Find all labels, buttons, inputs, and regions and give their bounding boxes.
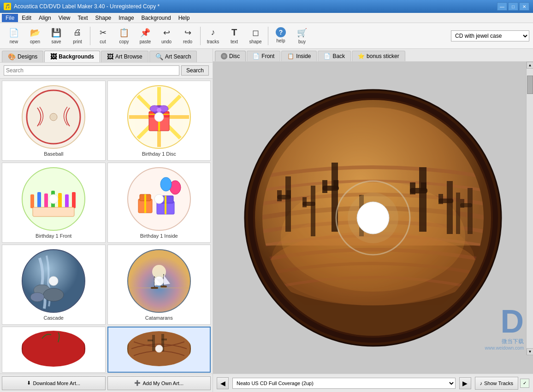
thumb-cherries (21, 331, 86, 367)
scrollbar[interactable]: ▲ ▼ (526, 62, 533, 355)
tab-disc-label: Disc (229, 53, 240, 59)
tool-buy[interactable]: 🛒 buy (292, 25, 312, 47)
tab-inside[interactable]: 📋 Inside (281, 51, 317, 61)
menu-shape[interactable]: Shape (92, 14, 115, 22)
canvas-area[interactable]: D 微当下载 www.weidown.com ▲ ▼ (213, 62, 533, 374)
menu-align[interactable]: Align (35, 14, 55, 22)
menu-help[interactable]: Help (175, 14, 194, 22)
thumb-birthday-disc (127, 85, 191, 149)
list-item[interactable] (2, 327, 106, 373)
svg-point-103 (357, 202, 389, 234)
tool-undo-label: undo (161, 39, 172, 44)
layout-select[interactable]: CD with jewel case (451, 30, 529, 41)
svg-rect-96 (460, 199, 464, 208)
tool-redo[interactable]: ↪ redo (178, 25, 198, 47)
item-label: Birthday 1 Front (36, 233, 71, 239)
tool-text[interactable]: T text (224, 25, 244, 47)
list-item[interactable]: Cascade (2, 245, 106, 325)
menu-image[interactable]: Image (115, 14, 137, 22)
list-item[interactable]: Baseball (2, 81, 106, 161)
tool-buy-label: buy (298, 39, 306, 44)
tool-help[interactable]: ? help (271, 25, 291, 47)
list-item[interactable]: Birthday 1 Disc (107, 81, 211, 161)
svg-rect-24 (44, 193, 48, 208)
tab-designs-label: Designs (18, 53, 37, 60)
tool-shape[interactable]: ◻ shape (245, 25, 266, 47)
tool-cut[interactable]: ✂ cut (93, 25, 113, 47)
tool-shape-label: shape (249, 39, 261, 44)
svg-rect-80 (311, 186, 315, 236)
tab-back-label: Back (332, 53, 345, 59)
show-tracks-button[interactable]: ♪ Show Tracks (475, 377, 518, 390)
toolbar-right: CD with jewel case (451, 30, 529, 41)
minimize-button[interactable]: — (497, 2, 507, 11)
left-bottom-bar: ⬇ Download More Art... ➕ Add My Own Art.… (0, 374, 213, 392)
tab-back[interactable]: 📄 Back (318, 51, 351, 61)
scroll-down-button[interactable]: ▼ (527, 348, 533, 355)
svg-rect-34 (144, 194, 146, 213)
svg-rect-86 (333, 180, 338, 189)
tool-print[interactable]: 🖨 print (67, 25, 88, 47)
scroll-down-container: ▼ (527, 348, 533, 355)
show-tracks-label: Show Tracks (484, 380, 513, 386)
search-input[interactable] (4, 65, 179, 76)
toolbar-sep-3 (268, 27, 268, 45)
add-icon: ➕ (134, 380, 141, 386)
tool-tracks[interactable]: ♪ tracks (203, 25, 223, 47)
backgrounds-tab-icon: 🖼 (50, 53, 57, 60)
tool-new-label: new (10, 39, 18, 44)
svg-point-30 (49, 194, 58, 204)
tool-paste[interactable]: 📌 paste (135, 25, 155, 47)
menu-view[interactable]: View (55, 14, 74, 22)
tracks-controls: ♪ Show Tracks ✓ (475, 377, 529, 390)
list-item[interactable] (107, 327, 211, 373)
tool-print-label: print (73, 39, 82, 44)
tool-open[interactable]: 📂 open (25, 25, 45, 47)
tab-designs[interactable]: 🎨 Designs (2, 51, 43, 62)
tool-copy[interactable]: 📋 copy (114, 25, 134, 47)
close-button[interactable]: ✕ (519, 2, 529, 11)
svg-rect-76 (285, 176, 291, 232)
scroll-thumb[interactable] (527, 76, 533, 94)
svg-rect-82 (302, 197, 307, 207)
tool-save[interactable]: 💾 save (46, 25, 66, 47)
tab-front[interactable]: 📄 Front (247, 51, 280, 61)
menu-edit[interactable]: Edit (18, 14, 35, 22)
thumb-birthday-inside (127, 167, 191, 231)
scroll-up-button[interactable]: ▲ (527, 62, 533, 69)
svg-rect-87 (419, 167, 426, 232)
menu-text[interactable]: Text (74, 14, 92, 22)
app-title: Acoustica CD/DVD Label Maker 3.40 - Unre… (14, 3, 160, 10)
nav-left-button[interactable]: ◀ (217, 377, 229, 389)
svg-rect-64 (148, 339, 153, 341)
tool-undo[interactable]: ↩ undo (156, 25, 177, 47)
add-own-art-button[interactable]: ➕ Add My Own Art... (107, 376, 211, 390)
nav-right-button[interactable]: ▶ (459, 377, 471, 389)
svg-rect-94 (468, 188, 473, 234)
svg-rect-66 (161, 339, 167, 340)
format-select[interactable]: Neato US CD Full Coverage (2up) (232, 378, 456, 389)
list-item[interactable]: Birthday 1 Front (2, 163, 106, 243)
title-bar-controls[interactable]: — □ ✕ (497, 2, 529, 11)
art-browse-tab-icon: 🖼 (107, 53, 113, 60)
svg-rect-89 (410, 182, 415, 194)
list-item[interactable]: Birthday 1 Inside (107, 163, 211, 243)
tool-new[interactable]: 📄 new (4, 25, 24, 47)
tab-art-browse[interactable]: 🖼 Art Browse (101, 51, 148, 62)
tab-bonus-sticker[interactable]: ⭐ bonus sticker (352, 51, 405, 61)
thumb-birthday-front (21, 167, 86, 231)
svg-rect-56 (160, 286, 167, 287)
maximize-button[interactable]: □ (508, 2, 518, 11)
svg-point-67 (155, 345, 163, 352)
thumb-baseball (21, 85, 86, 149)
tracks-checkbox[interactable]: ✓ (520, 379, 529, 388)
list-item[interactable]: Catamarans (107, 245, 211, 325)
tab-backgrounds[interactable]: 🖼 Backgrounds (44, 51, 100, 62)
tab-disc[interactable]: Disc (215, 51, 246, 61)
svg-point-40 (154, 194, 164, 204)
menu-file[interactable]: File (2, 14, 18, 22)
menu-background[interactable]: Background (138, 14, 175, 22)
search-button[interactable]: Search (181, 65, 209, 76)
tab-art-search[interactable]: 🔍 Art Search (149, 51, 197, 62)
download-more-button[interactable]: ⬇ Download More Art... (2, 376, 106, 390)
